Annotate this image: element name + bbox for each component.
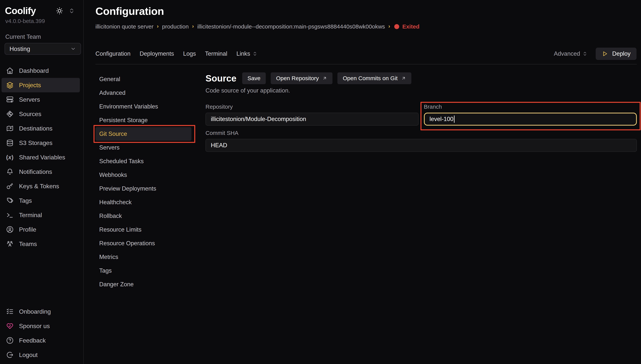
tab-configuration[interactable]: Configuration — [96, 50, 130, 57]
sidebar-item-label: Servers — [19, 96, 40, 103]
subnav-label: Healthcheck — [99, 199, 132, 206]
breadcrumb-project[interactable]: illicitonion quote server — [96, 23, 153, 30]
status-text: Exited — [402, 23, 419, 30]
sidebar-item-onboarding[interactable]: Onboarding — [2, 304, 80, 319]
subnav-item-tags[interactable]: Tags — [96, 264, 191, 278]
sidebar-item-teams[interactable]: Teams — [2, 237, 80, 251]
sidebar-item-sponsor-us[interactable]: Sponsor us — [2, 319, 80, 333]
sidebar-item-keys-tokens[interactable]: Keys & Tokens — [2, 179, 80, 194]
sidebar-item-label: Projects — [19, 82, 41, 89]
sidebar-nav: Dashboard Projects Servers Sources Desti… — [0, 64, 83, 251]
sidebar-item-destinations[interactable]: Destinations — [2, 121, 80, 136]
subnav-item-persistent-storage[interactable]: Persistent Storage — [96, 114, 191, 127]
theme-controls — [56, 7, 75, 15]
repository-input[interactable]: illicitestonion/Module-Decomposition — [206, 113, 419, 126]
sidebar-item-logout[interactable]: Logout — [2, 348, 80, 362]
open-repository-label: Open Repository — [276, 75, 319, 82]
branch-input[interactable]: level-100 — [424, 113, 637, 126]
advanced-label: Advanced — [554, 50, 580, 57]
open-repository-button[interactable]: Open Repository — [271, 72, 332, 84]
save-label: Save — [248, 75, 260, 82]
branch-label: Branch — [424, 104, 637, 110]
database-icon — [6, 139, 14, 147]
tab-links[interactable]: Links — [237, 50, 257, 57]
sidebar-item-terminal[interactable]: Terminal — [2, 208, 80, 222]
sidebar-item-label: Sponsor us — [19, 322, 50, 330]
git-source-panel: Source Save Open Repository Open Commits… — [206, 72, 637, 291]
sidebar-item-projects[interactable]: Projects — [2, 78, 80, 92]
subnav-label: Metrics — [99, 254, 118, 260]
sidebar-item-shared-variables[interactable]: (x) Shared Variables — [2, 150, 80, 164]
deploy-label: Deploy — [612, 50, 631, 57]
subnav-label: Advanced — [99, 90, 126, 96]
subnav-item-resource-limits[interactable]: Resource Limits — [96, 223, 191, 236]
team-select-value: Hosting — [10, 46, 30, 52]
arrow-up-right-icon — [322, 76, 327, 81]
tab-logs[interactable]: Logs — [183, 50, 196, 57]
team-select[interactable]: Hosting — [5, 43, 81, 55]
subnav-item-servers[interactable]: Servers — [96, 141, 191, 154]
sidebar-item-notifications[interactable]: Notifications — [2, 164, 80, 179]
logo-row: Coolify — [0, 5, 83, 16]
git-icon — [6, 110, 14, 118]
subnav-item-metrics[interactable]: Metrics — [96, 250, 191, 264]
subnav-item-general[interactable]: General — [96, 72, 191, 86]
sidebar-item-s3-storages[interactable]: S3 Storages — [2, 136, 80, 150]
sidebar-item-servers[interactable]: Servers — [2, 92, 80, 107]
app-logo[interactable]: Coolify — [5, 5, 36, 16]
subnav-label: Git Source — [99, 130, 127, 137]
chevrons-up-down-icon[interactable] — [69, 8, 75, 14]
chevron-right-icon: › — [192, 23, 194, 29]
tabs-divider — [96, 64, 637, 64]
key-icon — [6, 182, 14, 190]
subnav-item-advanced[interactable]: Advanced — [96, 86, 191, 100]
subnav-label: Rollback — [99, 212, 122, 220]
arrow-up-right-icon — [401, 76, 406, 81]
repository-label: Repository — [206, 104, 419, 110]
sidebar-item-sources[interactable]: Sources — [2, 107, 80, 121]
tab-links-label: Links — [237, 50, 250, 57]
sidebar-item-profile[interactable]: Profile — [2, 222, 80, 237]
branch-value: level-100 — [430, 116, 454, 122]
sidebar-item-label: Dashboard — [19, 67, 49, 74]
open-commits-label: Open Commits on Git — [343, 75, 397, 82]
sidebar-item-feedback[interactable]: Feedback — [2, 333, 80, 348]
sidebar-item-dashboard[interactable]: Dashboard — [2, 64, 80, 78]
configuration-content: General Advanced Environment Variables P… — [96, 72, 637, 291]
subnav-item-environment-variables[interactable]: Environment Variables — [96, 100, 191, 114]
commit-sha-input[interactable]: HEAD — [206, 139, 637, 152]
sidebar-item-label: S3 Storages — [19, 140, 53, 146]
subnav-label: Scheduled Tasks — [99, 158, 144, 165]
subnav-item-scheduled-tasks[interactable]: Scheduled Tasks — [96, 154, 191, 168]
tab-terminal[interactable]: Terminal — [205, 50, 227, 57]
main-content: Configuration illicitonion quote server … — [84, 0, 641, 364]
sun-icon[interactable] — [56, 7, 64, 15]
advanced-menu[interactable]: Advanced — [554, 50, 587, 57]
tab-deployments[interactable]: Deployments — [140, 50, 174, 57]
subnav-item-webhooks[interactable]: Webhooks — [96, 168, 191, 182]
bell-icon — [6, 168, 14, 176]
subnav-item-resource-operations[interactable]: Resource Operations — [96, 236, 191, 250]
sidebar-item-label: Terminal — [19, 212, 42, 219]
sidebar-item-label: Shared Variables — [19, 154, 65, 161]
breadcrumb-environment[interactable]: production — [162, 23, 189, 30]
deploy-button[interactable]: Deploy — [596, 48, 637, 60]
chevron-down-icon — [70, 46, 76, 52]
commit-sha-field: Commit SHA HEAD — [206, 130, 637, 152]
subnav-item-healthcheck[interactable]: Healthcheck — [96, 196, 191, 209]
subnav-item-preview-deployments[interactable]: Preview Deployments — [96, 182, 191, 196]
text-caret — [454, 116, 454, 123]
save-button[interactable]: Save — [242, 72, 266, 84]
sidebar-item-tags[interactable]: Tags — [2, 194, 80, 208]
subnav-label: Webhooks — [99, 172, 127, 178]
subnav-item-danger-zone[interactable]: Danger Zone — [96, 278, 191, 291]
subnav-item-git-source[interactable]: Git Source — [96, 127, 191, 141]
open-commits-button[interactable]: Open Commits on Git — [337, 72, 411, 84]
subnav-item-rollback[interactable]: Rollback — [96, 209, 191, 223]
tabs-row: Configuration Deployments Logs Terminal … — [96, 48, 637, 60]
breadcrumb-application[interactable]: illicitestonion/-module--decomposition:m… — [197, 23, 385, 30]
chevron-right-icon: › — [388, 23, 390, 29]
subnav-label: Resource Limits — [99, 226, 142, 233]
logout-icon — [6, 351, 14, 359]
sidebar-item-label: Tags — [19, 197, 32, 204]
